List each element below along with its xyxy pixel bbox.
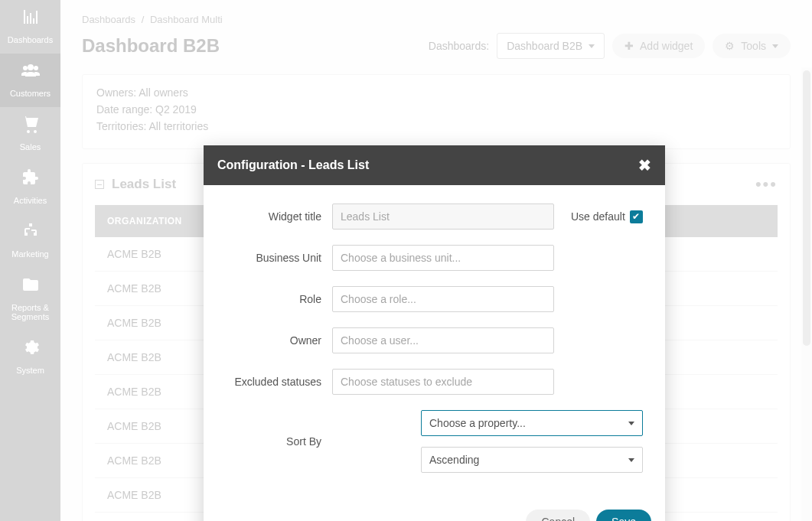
role-input[interactable] [332,286,554,312]
chevron-down-icon [628,458,634,462]
modal-header: Configuration - Leads List ✖ [204,145,665,185]
modal-footer: Cancel Save [204,496,665,521]
widget-title-label: Widget title [217,210,332,223]
owner-input[interactable] [332,327,554,353]
business-unit-input[interactable] [332,245,554,271]
sort-property-value: Choose a property... [429,417,526,429]
use-default[interactable]: Use default ✔ [571,210,643,223]
chevron-down-icon [628,422,634,425]
sort-direction-value: Ascending [429,454,479,466]
excluded-input[interactable] [332,369,554,395]
excluded-label: Excluded statuses [217,376,332,388]
widget-title-input[interactable] [332,204,554,230]
role-label: Role [217,293,332,305]
close-icon[interactable]: ✖ [638,156,651,174]
use-default-label: Use default [571,210,625,223]
business-unit-label: Business Unit [217,252,332,264]
sort-direction-select[interactable]: Ascending [421,447,643,473]
modal-title: Configuration - Leads List [217,158,369,172]
sort-by-label: Sort By [217,435,332,448]
owner-label: Owner [217,334,332,347]
sort-property-select[interactable]: Choose a property... [421,410,643,436]
config-modal: Configuration - Leads List ✖ Widget titl… [204,145,665,521]
use-default-checkbox[interactable]: ✔ [630,210,643,223]
cancel-button[interactable]: Cancel [526,510,590,521]
save-button[interactable]: Save [596,510,651,521]
